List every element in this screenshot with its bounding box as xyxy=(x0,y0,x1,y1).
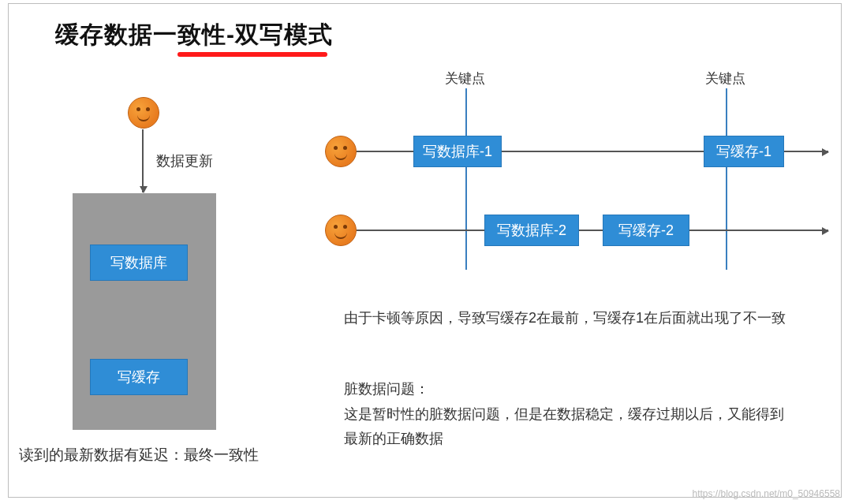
dirty-data-body: 这是暂时性的脏数据问题，但是在数据稳定，缓存过期以后，又能得到最新的正确数据 xyxy=(344,402,786,450)
arrow-down-icon xyxy=(142,129,144,192)
actor-1-icon xyxy=(325,136,357,167)
keypoint-label-1: 关键点 xyxy=(445,69,485,88)
watermark: https://blog.csdn.net/m0_50946558 xyxy=(693,488,840,499)
timeline-2 xyxy=(357,230,828,231)
keypoint-line-2 xyxy=(726,88,727,270)
row2-write-cache: 写缓存-2 xyxy=(603,215,689,246)
write-cache-box: 写缓存 xyxy=(90,359,188,395)
left-caption: 读到的最新数据有延迟：最终一致性 xyxy=(19,445,259,465)
timeline-area: 关键点 关键点 写数据库-1 写缓存-1 写数据库-2 写缓存-2 xyxy=(341,71,838,300)
write-db-box: 写数据库 xyxy=(90,245,188,281)
dirty-data-title: 脏数据问题： xyxy=(344,377,429,401)
title-underline xyxy=(177,52,327,57)
user-icon xyxy=(128,97,159,129)
actor-2-icon xyxy=(325,215,357,246)
row1-write-db: 写数据库-1 xyxy=(413,136,502,167)
keypoint-line-1 xyxy=(465,88,467,270)
explain-inconsistency: 由于卡顿等原因，导致写缓存2在最前，写缓存1在后面就出现了不一致 xyxy=(344,306,833,330)
page-title: 缓存数据一致性-双写模式 xyxy=(55,19,333,51)
storage-column: 写数据库 写缓存 xyxy=(73,193,216,430)
keypoint-label-2: 关键点 xyxy=(705,69,745,88)
data-update-label: 数据更新 xyxy=(156,151,213,170)
row1-write-cache: 写缓存-1 xyxy=(704,136,784,167)
row2-write-db: 写数据库-2 xyxy=(484,215,579,246)
